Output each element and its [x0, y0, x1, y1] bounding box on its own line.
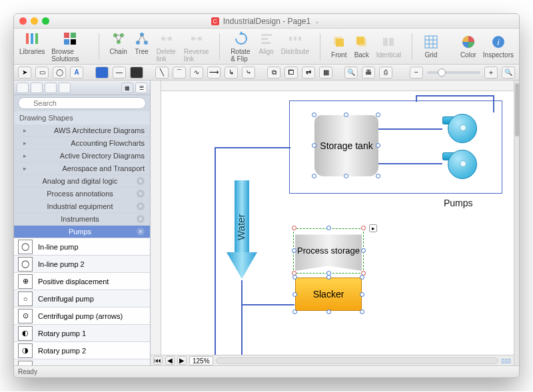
diagram-canvas[interactable]: Storage tank Pumps [151, 81, 514, 355]
page-tabs-icon[interactable]: ▯▯▯ [501, 357, 511, 364]
shape-item[interactable]: ⊙Centrifugal pump (arrows) [14, 307, 150, 325]
vertical-scrollbar[interactable] [514, 81, 519, 365]
search-input[interactable] [18, 97, 146, 109]
page-first-icon[interactable]: ⏮ [153, 356, 163, 365]
tree-button[interactable]: Tree [134, 31, 150, 63]
selection-handle[interactable] [312, 112, 316, 117]
front-button[interactable]: Front [331, 34, 347, 59]
sidebar-category[interactable]: Accounting Flowcharts [14, 137, 150, 150]
close-icon[interactable]: × [137, 177, 145, 185]
selection-handle[interactable] [344, 174, 348, 178]
shape-item[interactable]: ○Centrifugal pump [14, 290, 150, 307]
selection-handle[interactable] [360, 275, 364, 280]
chevron-down-icon[interactable]: ⌄ [314, 18, 320, 25]
sidebar-view-2[interactable] [31, 83, 43, 93]
ellipse-tool[interactable]: ◯ [53, 67, 66, 79]
sidebar-category[interactable]: Pumps× [14, 226, 150, 238]
export-icon[interactable]: ⎙ [379, 67, 392, 79]
connector-tool-1[interactable]: ⟶ [207, 67, 221, 79]
page-next-icon[interactable]: ▶ [177, 356, 187, 365]
sidebar-category[interactable]: Instruments× [14, 213, 150, 226]
selection-handle[interactable] [292, 309, 297, 314]
sidebar-view-1[interactable] [17, 83, 29, 93]
selection-handle[interactable] [360, 292, 364, 297]
selection-handle[interactable] [292, 248, 296, 253]
selection-handle[interactable] [376, 174, 380, 178]
sidebar-category[interactable]: Process annotations× [14, 188, 150, 200]
pointer-tool[interactable]: ➤ [18, 67, 31, 79]
color-button[interactable]: Color [460, 34, 476, 59]
zoom-out-icon[interactable]: − [410, 67, 423, 79]
text-tool[interactable]: A [70, 67, 83, 79]
libraries-button[interactable]: Libraries [19, 31, 45, 63]
sidebar-category[interactable]: Analog and digital logic× [14, 175, 150, 188]
selection-handle[interactable] [326, 226, 331, 230]
selection-handle[interactable] [344, 112, 348, 117]
rect-tool[interactable]: ▭ [35, 67, 49, 79]
lock-tool[interactable]: ⇄ [302, 67, 315, 79]
browse-solutions-button[interactable]: Browse Solutions [51, 31, 87, 63]
zoom-slider[interactable] [427, 71, 480, 74]
close-icon[interactable]: × [137, 228, 145, 236]
close-window-button[interactable] [19, 17, 27, 25]
back-button[interactable]: Back [354, 34, 370, 59]
pump-shape-2[interactable] [442, 148, 478, 180]
line-style-tool[interactable]: — [113, 67, 126, 79]
connector-tool-2[interactable]: ↳ [225, 67, 238, 79]
sidebar-view-3[interactable] [45, 83, 57, 93]
sidebar-category[interactable]: Industrial equipment× [14, 200, 150, 213]
selection-handle[interactable] [292, 226, 296, 230]
connector-tool-3[interactable]: ⤷ [242, 67, 255, 79]
fullscreen-window-button[interactable] [42, 17, 49, 25]
shape-item[interactable]: ◐Rotary pump 1 [14, 325, 150, 342]
sidebar-grid-view[interactable]: ▦ [121, 83, 133, 93]
minimize-window-button[interactable] [31, 17, 38, 25]
close-icon[interactable]: × [137, 202, 145, 210]
selection-handle[interactable] [312, 174, 316, 178]
selection-handle[interactable] [312, 143, 316, 148]
shadow-tool[interactable] [130, 67, 143, 79]
storage-tank-shape[interactable]: Storage tank [314, 115, 378, 176]
align-button[interactable]: Align [259, 31, 274, 63]
selection-handle[interactable] [361, 226, 366, 230]
shape-list[interactable]: ◯In-line pump◯In-line pump 2⊕Positive di… [14, 238, 150, 365]
distribute-button[interactable]: Distribute [281, 31, 309, 63]
spline-tool[interactable]: ∿ [190, 67, 203, 79]
shape-item[interactable]: ▭Proportioning pump [14, 359, 150, 365]
water-arrow-shape[interactable]: Water [227, 180, 257, 280]
horizontal-scrollbar[interactable] [216, 357, 498, 364]
pump-shape-1[interactable] [442, 112, 478, 144]
fill-tool[interactable] [95, 67, 109, 79]
ungroup-tool[interactable]: ⧠ [284, 67, 298, 79]
close-icon[interactable]: × [137, 215, 145, 223]
sidebar-view-4[interactable] [59, 83, 71, 93]
shape-item[interactable]: ◑Rotary pump 2 [14, 342, 150, 359]
zoom-fit-icon[interactable]: 🔍 [502, 67, 515, 79]
selection-handle[interactable] [326, 309, 331, 314]
reverse-link-button[interactable]: Reverse link [184, 31, 209, 63]
snap-tool[interactable]: ▦ [319, 67, 332, 79]
selection-handle[interactable] [361, 248, 366, 253]
selection-handle[interactable] [360, 309, 364, 314]
shape-item[interactable]: ◯In-line pump 2 [14, 256, 150, 273]
sidebar-category[interactable]: AWS Architecture Diagrams [14, 124, 150, 137]
selection-handle[interactable] [376, 143, 380, 148]
arc-tool[interactable]: ⌒ [173, 67, 186, 79]
selection-handle[interactable] [292, 275, 297, 280]
chain-button[interactable]: Chain [110, 31, 127, 63]
selection-handle[interactable] [376, 112, 380, 117]
close-icon[interactable]: × [137, 190, 145, 198]
rotate-flip-button[interactable]: Rotate & Flip [231, 31, 252, 63]
delete-link-button[interactable]: Delete link [157, 31, 177, 63]
shape-item[interactable]: ◯In-line pump [14, 238, 150, 256]
group-tool[interactable]: ⧉ [267, 67, 280, 79]
selection-handle[interactable] [326, 275, 331, 280]
grid-button[interactable]: Grid [423, 34, 439, 59]
sidebar-list-view[interactable]: ☰ [135, 83, 147, 93]
line-tool[interactable]: ╲ [155, 67, 169, 79]
identical-button[interactable]: Identical [376, 34, 401, 59]
inspectors-button[interactable]: iInspectors [483, 34, 514, 59]
zoom-readout[interactable]: 125% [189, 356, 213, 365]
selection-handle[interactable] [292, 292, 297, 297]
zoom-in-icon[interactable]: ＋ [484, 67, 498, 79]
